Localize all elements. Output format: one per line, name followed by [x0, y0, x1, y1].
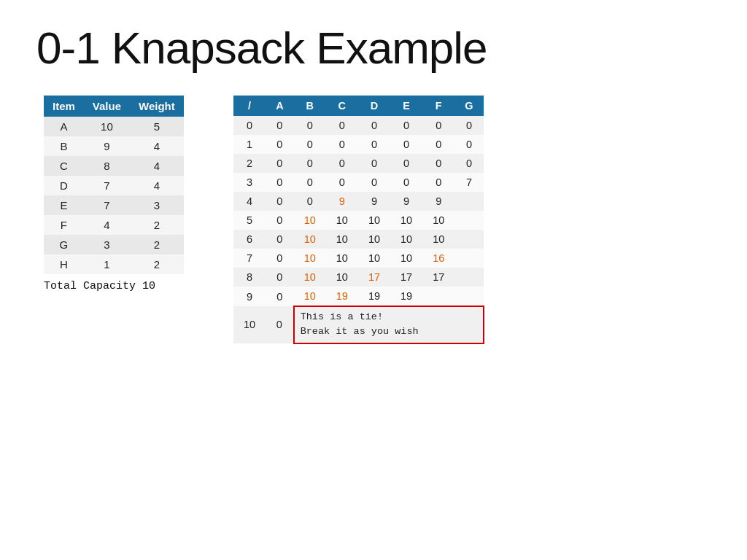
dp-table: /ABCDEFG 0000000010000000200000003000000…: [233, 96, 484, 344]
dp-cell: 0: [266, 135, 293, 154]
left-table-cell: 3: [84, 235, 130, 254]
dp-cell: 10: [294, 268, 326, 287]
dp-row-index: 5: [233, 211, 266, 230]
dp-cell: [454, 192, 483, 211]
dp-cell: 10: [390, 230, 422, 249]
dp-row-index: 8: [233, 268, 266, 287]
dp-cell: 0: [266, 287, 293, 306]
left-table-cell: 9: [84, 136, 130, 156]
dp-cell: 10: [326, 211, 358, 230]
dp-row-index: 10: [233, 306, 266, 343]
dp-cell: 0: [294, 154, 326, 173]
col-header-weight: Weight: [130, 96, 184, 117]
dp-cell: 0: [326, 173, 358, 192]
dp-col-header: B: [294, 96, 326, 116]
dp-cell: 0: [294, 135, 326, 154]
dp-cell: [422, 287, 454, 306]
dp-cell: 10: [390, 211, 422, 230]
dp-cell: 0: [422, 116, 454, 135]
left-table-cell: 7: [84, 176, 130, 195]
dp-cell: 9: [422, 192, 454, 211]
items-table: Item Value Weight A105B94C84D74E73F42G32…: [44, 96, 184, 274]
left-table-cell: 1: [84, 254, 130, 274]
col-header-item: Item: [44, 96, 84, 117]
left-table-cell: 10: [84, 117, 130, 136]
left-table-container: Item Value Weight A105B94C84D74E73F42G32…: [44, 96, 204, 292]
dp-cell: 10: [294, 211, 326, 230]
left-table-cell: 4: [130, 156, 184, 176]
left-table-cell: 5: [130, 117, 184, 136]
left-table-cell: 2: [130, 254, 184, 274]
dp-col-header: F: [422, 96, 454, 116]
dp-col-header: A: [266, 96, 293, 116]
dp-cell: 0: [358, 173, 390, 192]
dp-cell: [454, 268, 483, 287]
dp-cell: 0: [266, 116, 293, 135]
dp-cell: 17: [422, 268, 454, 287]
dp-col-header: D: [358, 96, 390, 116]
dp-col-header: /: [233, 96, 266, 116]
dp-cell: 9: [390, 192, 422, 211]
dp-cell: [454, 230, 483, 249]
dp-row-index: 1: [233, 135, 266, 154]
dp-cell: 0: [294, 192, 326, 211]
dp-cell: 0: [266, 249, 293, 268]
dp-cell: 0: [326, 154, 358, 173]
dp-cell: 0: [454, 116, 483, 135]
dp-cell: 10: [422, 230, 454, 249]
dp-row-index: 4: [233, 192, 266, 211]
left-table-cell: C: [44, 156, 84, 176]
dp-cell: [454, 287, 483, 306]
dp-cell: 0: [266, 230, 293, 249]
dp-cell: 10: [358, 249, 390, 268]
dp-row-index: 6: [233, 230, 266, 249]
dp-cell: 0: [358, 116, 390, 135]
dp-cell: 0: [266, 211, 293, 230]
right-table-container: /ABCDEFG 0000000010000000200000003000000…: [233, 96, 718, 344]
dp-cell: 10: [358, 211, 390, 230]
dp-cell: 10: [294, 287, 326, 306]
left-table-cell: B: [44, 136, 84, 156]
left-table-cell: E: [44, 195, 84, 215]
dp-cell: 0: [358, 154, 390, 173]
left-table-cell: 2: [130, 235, 184, 254]
dp-cell: 0: [454, 135, 483, 154]
dp-cell: 7: [454, 173, 483, 192]
dp-cell: 0: [266, 306, 293, 343]
left-table-cell: F: [44, 215, 84, 235]
dp-cell: 0: [390, 154, 422, 173]
dp-cell: 10: [390, 249, 422, 268]
dp-cell: 0: [326, 135, 358, 154]
dp-cell: 0: [390, 173, 422, 192]
dp-col-header: G: [454, 96, 483, 116]
dp-cell: [454, 249, 483, 268]
dp-cell: 0: [266, 192, 293, 211]
left-table-cell: G: [44, 235, 84, 254]
left-table-cell: 4: [84, 215, 130, 235]
dp-col-header: E: [390, 96, 422, 116]
dp-row-index: 0: [233, 116, 266, 135]
dp-cell: 10: [326, 249, 358, 268]
left-table-cell: 3: [130, 195, 184, 215]
dp-row-index: 7: [233, 249, 266, 268]
dp-cell: 9: [326, 192, 358, 211]
dp-cell: 0: [422, 173, 454, 192]
dp-cell: 19: [390, 287, 422, 306]
left-table-cell: 4: [130, 176, 184, 195]
dp-cell: 19: [326, 287, 358, 306]
dp-cell: 0: [294, 116, 326, 135]
dp-cell: 0: [266, 173, 293, 192]
tie-message-cell: This is a tie!Break it as you wish: [294, 306, 484, 343]
left-table-cell: D: [44, 176, 84, 195]
dp-cell: 0: [266, 268, 293, 287]
dp-col-header: C: [326, 96, 358, 116]
dp-cell: 10: [326, 268, 358, 287]
dp-cell: 0: [454, 154, 483, 173]
dp-cell: 9: [358, 192, 390, 211]
dp-cell: 10: [294, 249, 326, 268]
page-title: 0-1 Knapsack Example: [0, 0, 747, 88]
dp-cell: 0: [390, 135, 422, 154]
dp-cell: 0: [266, 154, 293, 173]
dp-row-index: 9: [233, 287, 266, 306]
left-table-cell: 2: [130, 215, 184, 235]
